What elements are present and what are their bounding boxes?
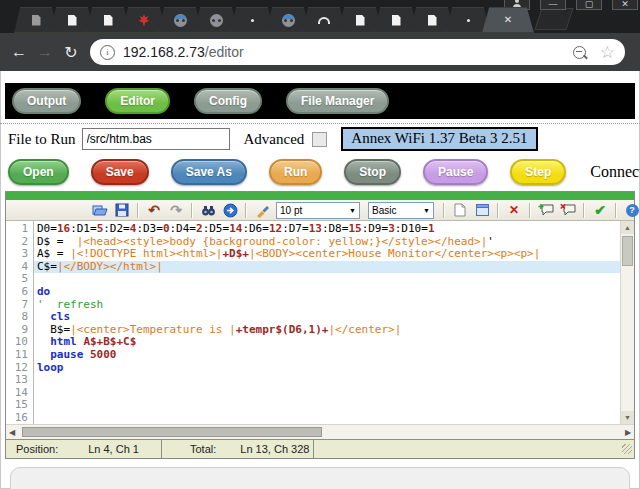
- find-icon[interactable]: [198, 202, 218, 219]
- save-file-icon[interactable]: [112, 202, 132, 219]
- code-token: 3: [388, 222, 395, 235]
- code-line-5[interactable]: [34, 273, 620, 286]
- new-document-icon[interactable]: [450, 202, 470, 219]
- advanced-label: Advanced: [244, 131, 305, 148]
- code-token: D0=: [37, 222, 57, 235]
- dot-favicon-icon: [251, 19, 254, 22]
- font-size-select[interactable]: 10 pt▼: [276, 202, 360, 219]
- app-nav-bar: OutputEditorConfigFile Manager: [5, 83, 635, 119]
- file-to-run-input[interactable]: [82, 128, 230, 150]
- doc-favicon-icon: [392, 15, 401, 26]
- nav-button-output[interactable]: Output: [12, 88, 81, 114]
- code-line-11[interactable]: pause 5000: [34, 349, 620, 362]
- code-token: A$+B$+C$: [83, 335, 136, 348]
- syntax-check-icon[interactable]: ✔: [590, 202, 610, 219]
- code-line-16[interactable]: [34, 412, 620, 424]
- chevron-down-icon: ▼: [349, 207, 356, 214]
- minimize-button[interactable]: —: [540, 0, 566, 10]
- run-button[interactable]: Run: [269, 159, 322, 185]
- page-info-icon[interactable]: i: [100, 45, 115, 60]
- code-token: 0: [163, 222, 170, 235]
- delete-all-icon[interactable]: ✕: [504, 202, 524, 219]
- toolbar-separator: [137, 203, 139, 218]
- dot-favicon-icon: [467, 19, 470, 22]
- forward-button[interactable]: →: [32, 43, 58, 61]
- maple-favicon-icon: [138, 14, 150, 26]
- code-token: B$=: [37, 323, 70, 336]
- bookmark-star-icon[interactable]: ☆: [600, 44, 615, 61]
- format-brush-icon[interactable]: [252, 202, 272, 219]
- horizontal-scroll-thumb[interactable]: [22, 427, 322, 437]
- code-line-7[interactable]: ' refresh: [34, 299, 620, 312]
- back-button[interactable]: ←: [6, 43, 32, 61]
- scroll-left-button[interactable]: ◀: [6, 428, 18, 437]
- code-token: D$ =: [37, 235, 77, 248]
- code-line-15[interactable]: [34, 399, 620, 412]
- window-close-button[interactable]: ✕: [612, 0, 638, 10]
- help-icon[interactable]: ?: [622, 202, 640, 219]
- line-number-gutter: 1234567891011121314151617: [6, 221, 34, 424]
- reload-button[interactable]: ↻: [58, 43, 84, 62]
- line-number: 16: [6, 412, 28, 424]
- advanced-checkbox[interactable]: [312, 132, 327, 147]
- code-token: |<BODY><center>House Monitor</center><p>…: [249, 247, 540, 260]
- browser-toolbar: ← → ↻ i 192.168.2.73/editor ☆ ⋮: [0, 33, 640, 71]
- code-editor[interactable]: 1234567891011121314151617 D0=16:D1=5:D2=…: [6, 221, 634, 424]
- vertical-scroll-thumb[interactable]: [622, 236, 633, 266]
- code-token: do: [37, 285, 50, 298]
- browser-menu-icon[interactable]: ⋮: [629, 44, 634, 60]
- save-as-button[interactable]: Save As: [171, 159, 247, 185]
- scroll-down-button[interactable]: ▼: [621, 411, 634, 424]
- browser-tab-bar: ✕ — ▢ ✕: [0, 0, 640, 33]
- vertical-scrollbar[interactable]: ▲ ▼: [620, 221, 634, 424]
- toolbar-separator: [583, 203, 585, 218]
- syntax-mode-select[interactable]: Basic▼: [368, 202, 434, 219]
- action-button-row: OpenSaveSave AsRunStopPauseStepConnectio…: [8, 159, 632, 185]
- address-bar[interactable]: i 192.168.2.73/editor ☆: [90, 39, 625, 65]
- comment-add-icon[interactable]: [536, 202, 556, 219]
- code-token: 5000: [90, 348, 117, 361]
- nav-button-file-manager[interactable]: File Manager: [286, 88, 389, 114]
- step-button[interactable]: Step: [510, 159, 566, 185]
- file-to-run-label: File to Run: [8, 131, 76, 148]
- open-file-icon[interactable]: [90, 202, 110, 219]
- chevron-down-icon: ▼: [423, 207, 430, 214]
- toolbar-separator: [191, 203, 193, 218]
- code-line-6[interactable]: do: [34, 286, 620, 299]
- resize-grip[interactable]: [622, 444, 632, 454]
- horizontal-scrollbar[interactable]: ◀ ▶: [6, 424, 634, 439]
- nav-button-config[interactable]: Config: [194, 88, 262, 114]
- code-line-4[interactable]: C$=|</BODY></html>|: [34, 261, 620, 274]
- undo-icon[interactable]: ↶: [144, 202, 164, 219]
- owl-blue-favicon-icon: [174, 14, 187, 27]
- goto-line-icon[interactable]: [220, 202, 240, 219]
- save-button[interactable]: Save: [91, 159, 149, 185]
- pause-button[interactable]: Pause: [423, 159, 488, 185]
- scroll-up-button[interactable]: ▲: [621, 221, 634, 234]
- code-line-10[interactable]: html A$+B$+C$: [34, 336, 620, 349]
- active-browser-tab[interactable]: ✕: [482, 7, 534, 33]
- code-token: [37, 310, 50, 323]
- code-token: :D5=: [203, 222, 230, 235]
- code-line-12[interactable]: loop: [34, 362, 620, 375]
- maximize-button[interactable]: ▢: [576, 0, 602, 10]
- doc-favicon-icon: [356, 15, 365, 26]
- url-text[interactable]: 192.168.2.73/editor: [123, 44, 565, 60]
- code-text-area[interactable]: D0=16:D1=5:D2=4:D3=0:D4=2:D5=14:D6=12:D7…: [34, 221, 620, 424]
- code-token: [37, 335, 50, 348]
- new-tab-button[interactable]: [534, 8, 573, 30]
- code-token: C$=: [37, 260, 57, 273]
- open-button[interactable]: Open: [8, 159, 69, 185]
- stop-button[interactable]: Stop: [344, 159, 401, 185]
- redo-icon[interactable]: ↷: [166, 202, 186, 219]
- code-line-13[interactable]: [34, 374, 620, 387]
- tab-close-icon[interactable]: ✕: [504, 15, 512, 25]
- version-badge: Annex WiFi 1.37 Beta 3 2.51: [341, 127, 537, 151]
- connection-indicator-group: Connection: [590, 163, 640, 181]
- scroll-right-button[interactable]: ▶: [622, 428, 634, 437]
- nav-button-editor[interactable]: Editor: [105, 88, 170, 114]
- zoom-out-icon[interactable]: [573, 46, 586, 59]
- comment-remove-icon[interactable]: [558, 202, 578, 219]
- code-line-14[interactable]: [34, 387, 620, 400]
- fullscreen-window-icon[interactable]: [472, 202, 492, 219]
